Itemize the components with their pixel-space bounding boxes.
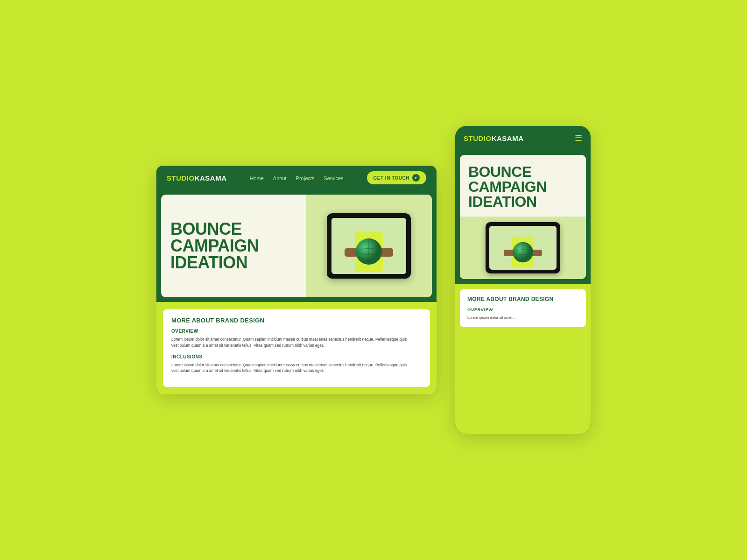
hero-title-line3: IDEATION	[170, 253, 247, 272]
mobile-hero: BOUNCE CAMPAIGN IDEATION	[460, 155, 586, 279]
desktop-content-title: MORE ABOUT BRAND DESIGN	[171, 317, 422, 324]
ball-scene-svg	[331, 218, 406, 274]
mobile-logo-kasama: KASAMA	[492, 134, 524, 142]
cta-label: GET IN TOUCH	[374, 175, 409, 181]
mobile-hero-line2: CAMPAIGN	[468, 178, 547, 195]
nav-item-home[interactable]: Home	[250, 174, 264, 182]
desktop-tablet-frame	[327, 213, 411, 279]
desktop-nav-list: Home About Projects Services	[250, 174, 344, 182]
mobile-hero-line3: IDEATION	[468, 193, 537, 210]
mobile-tablet-frame	[486, 222, 560, 273]
desktop-logo: STUDIO KASAMA	[167, 174, 227, 182]
desktop-hero-right	[306, 195, 432, 297]
desktop-overview-label: OVERVIEW	[171, 329, 422, 334]
desktop-navbar: STUDIO KASAMA Home About Projects Servic…	[156, 166, 437, 190]
nav-item-about[interactable]: About	[273, 174, 287, 182]
mobile-overview-text: Lorem ipsum dolor sit amet...	[467, 315, 578, 321]
mobile-content-card: MORE ABOUT BRAND DESIGN OVERVIEW Lorem i…	[460, 289, 586, 327]
mobile-ball-scene-svg	[489, 226, 557, 270]
mobile-hero-bottom	[460, 217, 586, 279]
desktop-content-area: MORE ABOUT BRAND DESIGN OVERVIEW Lorem i…	[156, 302, 437, 394]
logo-kasama: KASAMA	[195, 174, 227, 182]
desktop-inclusions-text: Lorem ipsum dolor sit amet consectetur. …	[171, 362, 422, 374]
mobile-logo: STUDIO KASAMA	[464, 134, 524, 142]
mobile-logo-studio: STUDIO	[464, 134, 492, 142]
mobile-hero-title: BOUNCE CAMPAIGN IDEATION	[468, 164, 578, 209]
mobile-hero-top: BOUNCE CAMPAIGN IDEATION	[460, 155, 586, 217]
hero-title-line2: CAMPAIGN	[170, 236, 259, 255]
desktop-hero-title: BOUNCE CAMPAIGN IDEATION	[170, 221, 259, 271]
mobile-content-area: MORE ABOUT BRAND DESIGN OVERVIEW Lorem i…	[455, 284, 591, 434]
mobile-mockup: STUDIO KASAMA ☰ BOUNCE CAMPAIGN IDEATION	[455, 126, 591, 434]
desktop-inclusions-label: INCLUSIONS	[171, 354, 422, 359]
hamburger-icon[interactable]: ☰	[575, 134, 582, 142]
desktop-overview-text: Lorem ipsum dolor sit amet consectetur. …	[171, 336, 422, 349]
desktop-content-card: MORE ABOUT BRAND DESIGN OVERVIEW Lorem i…	[163, 309, 430, 387]
logo-studio: STUDIO	[167, 174, 195, 182]
arrow-down-icon: ▾	[412, 174, 420, 182]
mobile-navbar: STUDIO KASAMA ☰	[455, 126, 591, 150]
desktop-tablet-screen	[331, 218, 406, 274]
desktop-mockup: STUDIO KASAMA Home About Projects Servic…	[156, 166, 437, 394]
get-in-touch-button[interactable]: GET IN TOUCH ▾	[367, 171, 426, 184]
mobile-tablet-screen	[489, 226, 557, 270]
mobile-hero-line1: BOUNCE	[468, 163, 532, 180]
desktop-hero-left: BOUNCE CAMPAIGN IDEATION	[161, 195, 306, 297]
mobile-content-title: MORE ABOUT BRAND DESIGN	[467, 296, 578, 302]
desktop-hero: BOUNCE CAMPAIGN IDEATION	[161, 195, 432, 297]
hero-title-line1: BOUNCE	[170, 219, 242, 238]
mobile-overview-label: OVERVIEW	[467, 307, 578, 312]
nav-item-services[interactable]: Services	[324, 174, 343, 182]
nav-item-projects[interactable]: Projects	[296, 174, 315, 182]
